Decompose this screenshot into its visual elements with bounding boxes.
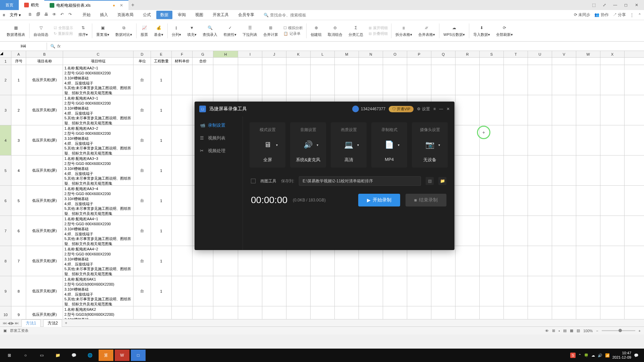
cell[interactable] (576, 95, 600, 125)
cell[interactable] (262, 246, 286, 276)
tab-daoke[interactable]: 稻壳 (19, 0, 44, 10)
row-header[interactable]: 6 (0, 186, 11, 216)
col-header[interactable]: T (504, 51, 528, 57)
cell[interactable]: 1.名称:配电柜AA3~2 2.型号:GGD 800X600X2200 3.10… (63, 125, 133, 155)
cell[interactable]: 1 (151, 156, 172, 185)
recorder-settings-button[interactable]: ⚙ 设置 (417, 106, 430, 112)
cell[interactable] (172, 156, 193, 185)
cell[interactable] (172, 125, 193, 155)
cell[interactable] (600, 306, 625, 319)
sidebar-record-settings[interactable]: 📹录制设置 (195, 119, 243, 132)
row-header[interactable]: 10 (0, 306, 11, 319)
cell[interactable] (286, 306, 311, 319)
cell[interactable] (504, 58, 528, 65)
cell[interactable]: 低压开关柜(屏) (26, 306, 63, 319)
cell[interactable]: 1 (151, 246, 172, 276)
close-tab-icon[interactable]: ✕ (120, 3, 123, 8)
recorder-menu-icon[interactable]: ≡ (433, 107, 436, 111)
tray-ime-icon[interactable]: S (570, 353, 575, 358)
close-button[interactable]: ✕ (632, 2, 641, 8)
stop-recording-button[interactable]: ■ 结束录制 (406, 194, 446, 206)
layout-icon[interactable]: ⊞ (552, 328, 555, 333)
tray-network-icon[interactable]: 📶 (605, 353, 610, 358)
cell[interactable] (193, 276, 213, 306)
cell[interactable]: 序号 (11, 58, 26, 65)
recorder-titlebar[interactable]: □ 迅捷屏幕录像工具 13424467377 ♡ 开通VIP ⚙ 设置 ≡ — … (195, 102, 454, 116)
cell[interactable]: 7 (11, 246, 26, 276)
cell[interactable] (600, 125, 625, 155)
cell[interactable]: 8 (11, 276, 26, 306)
print-icon[interactable]: 🖶 (44, 12, 50, 18)
cell[interactable] (311, 246, 335, 276)
expand-icon[interactable]: ⤢ (600, 2, 609, 8)
col-header[interactable]: G (193, 51, 213, 57)
cell[interactable] (504, 276, 528, 306)
cell[interactable]: 2 (11, 95, 26, 125)
ribbon-fund[interactable]: 💰基金▾ (151, 24, 166, 37)
search-fn-icon[interactable]: 🔍 (50, 44, 55, 49)
cell[interactable]: 1 (151, 216, 172, 246)
cell[interactable] (383, 276, 407, 306)
cell[interactable] (552, 216, 576, 246)
recorder-taskbar-icon[interactable]: □ (131, 350, 146, 361)
cell[interactable]: 低压开关柜(屏) (26, 246, 63, 276)
cell[interactable] (262, 65, 286, 95)
ribbon-findrec[interactable]: 🔍查找录入 (200, 24, 220, 37)
formula-input[interactable] (62, 44, 641, 49)
cell[interactable] (359, 65, 383, 95)
cell[interactable] (238, 306, 262, 319)
col-header[interactable]: P (407, 51, 431, 57)
tray-up-icon[interactable]: ⌃ (578, 353, 581, 358)
cell[interactable]: 1 (151, 186, 172, 216)
col-header[interactable]: L (311, 51, 335, 57)
col-header[interactable]: A (11, 51, 26, 57)
status-addon-icon[interactable]: ▣ (3, 328, 7, 333)
zoom-in-button[interactable]: + (639, 329, 641, 333)
browse-folder-icon[interactable]: 📁 (438, 177, 446, 185)
vip-button[interactable]: ♡ 开通VIP (389, 106, 414, 112)
preview-icon[interactable]: 👁 (52, 12, 58, 18)
ribbon-split[interactable]: ⫿分列▾ (169, 24, 184, 37)
cell[interactable] (600, 246, 625, 276)
undo-icon[interactable]: ↶ (60, 12, 66, 18)
cortana-icon[interactable]: ○ (18, 350, 33, 361)
cell[interactable] (455, 125, 480, 155)
cell[interactable]: 低压开关柜(屏) (26, 156, 63, 185)
cell[interactable]: 台 (133, 246, 151, 276)
cell[interactable] (504, 156, 528, 185)
cell[interactable] (238, 246, 262, 276)
menu-insert[interactable]: 插入 (96, 11, 112, 19)
card-camera[interactable]: 摄像头设置 📷 ▾ 无设备 (412, 122, 448, 168)
cell[interactable] (335, 246, 359, 276)
col-header[interactable]: C (63, 51, 133, 57)
menu-view[interactable]: 视图 (191, 11, 207, 19)
cell[interactable] (455, 65, 480, 95)
col-header[interactable]: X (600, 51, 625, 57)
cell[interactable] (213, 65, 238, 95)
cell[interactable] (552, 65, 576, 95)
ribbon-fill[interactable]: ▼填充▾ (184, 24, 199, 37)
col-header[interactable]: F (172, 51, 193, 57)
ribbon-dropdown[interactable]: ☰下拉列表 (240, 24, 260, 37)
tab-home[interactable]: 首页 (0, 0, 19, 10)
maximize-button[interactable]: ◻ (621, 2, 631, 8)
sync-status[interactable]: ⟳ 未同步 (574, 12, 590, 18)
expand-ribbon-icon[interactable]: ⌃ (638, 13, 641, 17)
cell[interactable] (311, 58, 335, 65)
cell[interactable]: 4 (11, 156, 26, 185)
cell[interactable] (286, 65, 311, 95)
col-header[interactable]: H (213, 51, 238, 57)
cell[interactable] (213, 306, 238, 319)
cell[interactable]: 1 (151, 125, 172, 155)
ribbon-simanalysis[interactable]: ☐ 模拟分析 (283, 25, 303, 31)
cell[interactable] (431, 246, 455, 276)
cell[interactable] (504, 186, 528, 216)
col-header[interactable]: O (383, 51, 407, 57)
card-quality[interactable]: 画质设置 💻 ▾ 高清 (331, 122, 367, 168)
cell[interactable] (335, 276, 359, 306)
cell[interactable] (213, 276, 238, 306)
zoom-percent[interactable]: 100% (583, 329, 593, 333)
row-header[interactable]: 4 (0, 125, 11, 155)
cell[interactable] (172, 186, 193, 216)
col-header[interactable]: J (262, 51, 286, 57)
